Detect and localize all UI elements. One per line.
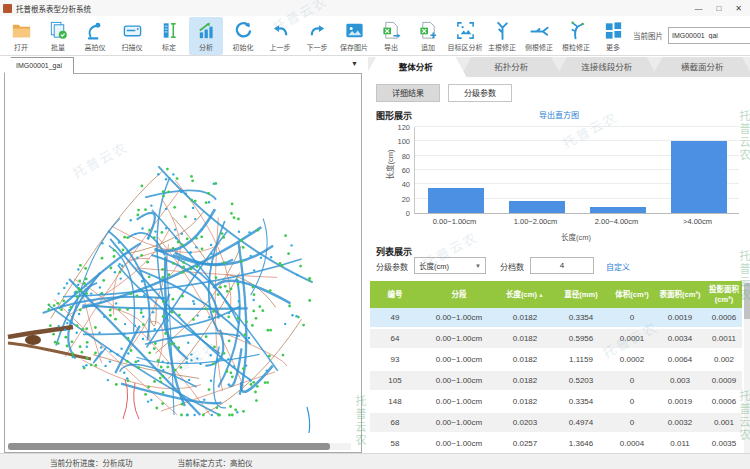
tab-cross-section-analysis[interactable]: 横截面分析 <box>652 57 750 77</box>
table-cell: 0.0002 <box>610 350 654 369</box>
more-button[interactable]: 更多 <box>596 17 630 55</box>
x-axis-label: 长度(cm) <box>414 231 738 242</box>
table-row[interactable]: 580.00~1.00cm0.02571.36460.00040.0110.00… <box>370 434 742 453</box>
table-cell: 148 <box>370 392 420 411</box>
root-image <box>7 77 359 443</box>
image-tab[interactable]: IMG00001_gai <box>4 57 74 74</box>
table-cell: 0 <box>610 308 654 327</box>
col-header-volume[interactable]: 体积(cm³) <box>610 290 654 299</box>
table-cell: 0.0001 <box>610 329 654 348</box>
save-image-button[interactable]: 保存图片 <box>337 17 371 55</box>
tab-overflow-icon[interactable]: ▼ <box>351 60 358 67</box>
detailed-results-button[interactable]: 详细结果 <box>376 84 440 102</box>
status-bar: 当前分析进度：分析成功 当前标定方式：高拍仪 <box>0 453 750 469</box>
chevron-down-icon: ▼ <box>475 263 481 269</box>
export-icon <box>381 20 402 41</box>
maximize-button[interactable]: □ <box>716 4 721 13</box>
reset-button[interactable]: 初始化 <box>226 17 260 55</box>
root-image-viewport[interactable] <box>4 73 362 453</box>
table-cell: 0.00~1.00cm <box>420 329 498 348</box>
export-button[interactable]: 导出 <box>374 17 408 55</box>
root-analysis-app: 托普根系表型分析系统 — □ ✕ 打开 批量 高拍仪 扫描仪 标定 <box>0 0 750 469</box>
root-node-correct-button[interactable]: 根粒修正 <box>559 17 593 55</box>
table-cell: 0.00~1.00cm <box>420 371 498 390</box>
table-cell: 93 <box>370 350 420 369</box>
scanner-button[interactable]: 扫描仪 <box>115 17 149 55</box>
customize-link[interactable]: 自定义 <box>606 261 630 272</box>
table-cell: 0.0182 <box>498 371 552 390</box>
table-row[interactable]: 680.00~1.00cm0.02030.497400.00320.001 <box>370 413 742 432</box>
table-cell: 105 <box>370 371 420 390</box>
table-cell: 0.002 <box>706 350 742 369</box>
table-cell: 0.00~1.00cm <box>420 434 498 453</box>
table-cell: 0.0019 <box>654 392 706 411</box>
tab-overall-analysis[interactable]: 整体分析 <box>368 57 467 77</box>
chart-section-title: 图形展示 <box>376 109 412 122</box>
tab-topology-analysis[interactable]: 拓扑分析 <box>461 57 563 77</box>
doc-camera-button[interactable]: 高拍仪 <box>78 17 112 55</box>
table-cell: 0.0203 <box>498 413 552 432</box>
table-cell: 0.3354 <box>552 392 610 411</box>
table-cell: 0.0011 <box>706 329 742 348</box>
table-row[interactable]: 930.00~1.00cm0.01821.11590.00020.00640.0… <box>370 350 742 369</box>
col-header-length[interactable]: 长度(cm)▲ <box>498 290 552 300</box>
table-cell: 0.5956 <box>552 329 610 348</box>
col-header-segment[interactable]: 分段 <box>420 290 498 299</box>
analysis-progress-status: 当前分析进度：分析成功 <box>50 457 133 468</box>
target-area-analysis-button[interactable]: 目标区分析 <box>448 17 482 55</box>
table-cell: 1.3646 <box>552 434 610 453</box>
horizontal-scrollbar[interactable] <box>8 443 351 450</box>
analysis-tab-bar: 整体分析 拓扑分析 连接线段分析 横截面分析 <box>368 57 750 77</box>
bar-chart-plot <box>414 127 739 214</box>
current-image-select[interactable]: IMG00001_gai ▼ <box>668 27 750 44</box>
table-row[interactable]: 1480.00~1.00cm0.01820.335400.00190.0006 <box>370 392 742 411</box>
bins-input[interactable] <box>530 257 594 274</box>
chart-bar <box>509 201 565 213</box>
table-cell: 0.0034 <box>654 329 706 348</box>
undo-icon <box>270 20 291 41</box>
redo-icon <box>307 20 328 41</box>
col-header-diameter[interactable]: 直径(mm) <box>552 290 610 299</box>
table-row[interactable]: 490.00~1.00cm0.01820.335400.00190.0006 <box>370 308 742 327</box>
table-cell: 0.0064 <box>654 350 706 369</box>
calibrate-button[interactable]: 标定 <box>152 17 186 55</box>
main-root-icon <box>492 20 513 41</box>
col-header-id[interactable]: 编号 <box>370 290 420 299</box>
calibrate-icon <box>159 20 180 41</box>
table-cell: 0.0019 <box>654 308 706 327</box>
y-tick: 80 <box>384 152 410 161</box>
y-tick: 20 <box>384 195 410 204</box>
open-folder-icon <box>11 20 32 41</box>
append-button[interactable]: 追加 <box>411 17 445 55</box>
close-button[interactable]: ✕ <box>735 4 742 13</box>
param-select[interactable]: 长度(cm) ▼ <box>414 257 486 274</box>
table-cell: 0.0009 <box>706 371 742 390</box>
export-histogram-link[interactable]: 导出直方图 <box>539 109 579 120</box>
app-logo-icon <box>3 4 12 13</box>
table-cell: 0.0032 <box>654 413 706 432</box>
table-cell: 0.0004 <box>610 434 654 453</box>
table-row[interactable]: 1050.00~1.00cm0.01820.520300.0030.0009 <box>370 371 742 390</box>
grading-params-button[interactable]: 分级参数 <box>448 84 512 102</box>
title-bar: 托普根系表型分析系统 — □ ✕ <box>0 0 750 16</box>
vertical-scrollbar[interactable] <box>744 281 750 453</box>
minimize-button[interactable]: — <box>694 4 702 13</box>
batch-button[interactable]: 批量 <box>41 17 75 55</box>
table-row[interactable]: 640.00~1.00cm0.01820.59560.00010.00340.0… <box>370 329 742 348</box>
open-button[interactable]: 打开 <box>4 17 38 55</box>
table-cell: 0.0006 <box>706 308 742 327</box>
y-tick: 60 <box>384 166 410 175</box>
lateral-root-correct-button[interactable]: 侧根修正 <box>522 17 556 55</box>
main-root-correct-button[interactable]: 主根修正 <box>485 17 519 55</box>
append-icon <box>418 20 439 41</box>
previous-step-button[interactable]: 上一步 <box>263 17 297 55</box>
col-header-surface[interactable]: 表面积(cm²) <box>654 290 706 299</box>
analyze-button[interactable]: 分析 <box>189 17 223 55</box>
col-header-projection[interactable]: 投影面积(cm²) <box>706 285 742 304</box>
table-cell: 0.003 <box>654 371 706 390</box>
tab-segment-analysis[interactable]: 连接线段分析 <box>556 57 658 77</box>
x-tick-label: 0.00~1.00cm <box>414 217 495 226</box>
next-step-button[interactable]: 下一步 <box>300 17 334 55</box>
root-node-icon <box>566 20 587 41</box>
table-cell: 0.4974 <box>552 413 610 432</box>
